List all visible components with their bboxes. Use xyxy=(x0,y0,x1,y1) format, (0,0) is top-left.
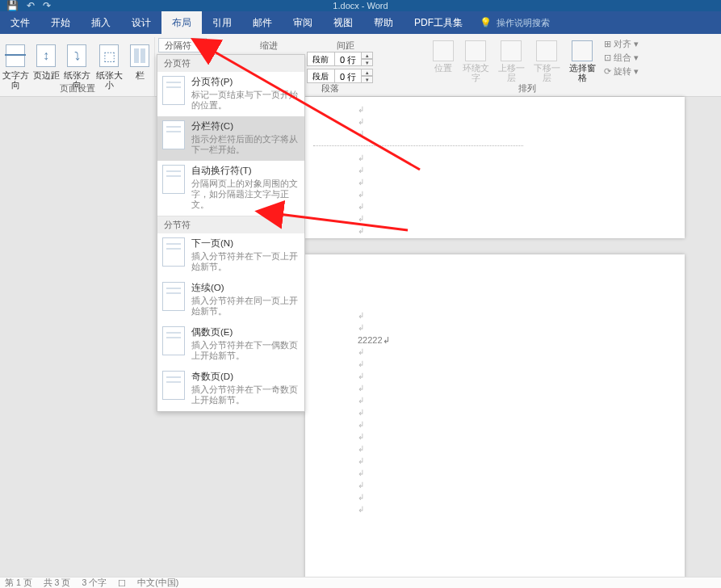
columns-button[interactable]: 栏 xyxy=(126,42,153,80)
status-page[interactable]: 第 1 页 xyxy=(5,578,32,589)
margins-icon xyxy=(36,44,56,67)
position-label: 位置 xyxy=(428,63,459,73)
page-setup-group-label: 页面设置 xyxy=(0,82,154,94)
tab-insert[interactable]: 插入 xyxy=(81,11,121,34)
column-break-title: 分栏符(C) xyxy=(191,120,300,132)
para-mark: ↲ xyxy=(358,481,364,489)
odd-page-desc: 插入分节符并在下一奇数页上开始新节。 xyxy=(191,384,300,405)
tab-layout[interactable]: 布局 xyxy=(161,11,202,34)
para-mark: ↲ xyxy=(358,432,364,441)
para-mark: ↲ xyxy=(358,226,364,235)
para-mark: ↲ xyxy=(358,311,364,320)
para-mark: ↲ xyxy=(358,214,364,223)
page-break-icon xyxy=(162,76,185,105)
rotate-button: ⟳ 旋转 ▾ xyxy=(604,65,639,78)
tab-review[interactable]: 审阅 xyxy=(283,11,323,34)
spacing-after-row: 段后 0 行 ▲▼ xyxy=(307,69,373,83)
continuous-title: 连续(O) xyxy=(191,282,300,294)
para-mark: ↲ xyxy=(358,456,364,465)
odd-page-icon xyxy=(162,371,185,400)
para-mark: ↲ xyxy=(358,153,364,162)
para-mark: ↲ xyxy=(358,359,364,368)
columns-label: 栏 xyxy=(126,70,153,80)
spacing-before-spinner[interactable]: ▲▼ xyxy=(362,52,373,66)
para-mark: ↲ xyxy=(358,420,364,429)
odd-page-title: 奇数页(D) xyxy=(191,371,300,383)
save-icon[interactable]: 💾 xyxy=(6,0,19,11)
tab-view[interactable]: 视图 xyxy=(323,11,363,34)
send-backward-button: 下移一层 xyxy=(531,40,562,82)
position-icon xyxy=(433,40,454,61)
spacing-before-input[interactable]: 0 行 xyxy=(334,52,362,66)
quick-access-toolbar: 💾 ↶ ↷ xyxy=(0,0,51,11)
undo-icon[interactable]: ↶ xyxy=(27,0,35,11)
spacing-after-label: 段后 xyxy=(307,69,334,83)
redo-icon[interactable]: ↷ xyxy=(43,0,51,11)
menu-item-text-wrap[interactable]: 自动换行符(T) 分隔网页上的对象周围的文字，如分隔题注文字与正文。 xyxy=(157,161,304,216)
align-button: ⊞ 对齐 ▾ xyxy=(604,37,639,51)
menu-item-page-break[interactable]: 分页符(P) 标记一页结束与下一页开始的位置。 xyxy=(157,72,304,116)
group-page-setup: 文字方向 页边距 纸张方向 纸张大小 栏 页面设置 xyxy=(0,37,155,96)
menu-item-continuous[interactable]: 连续(O) 插入分节符并在同一页上开始新节。 xyxy=(157,278,304,322)
paragraph-group-label: 段落 xyxy=(321,82,339,94)
para-mark: ↲ xyxy=(358,384,364,393)
selection-pane-icon xyxy=(572,40,593,61)
text-direction-icon xyxy=(6,44,25,67)
group-button: ⊡ 组合 ▾ xyxy=(604,51,639,65)
margins-label: 页边距 xyxy=(32,70,60,80)
para-mark: ↲ xyxy=(358,505,364,514)
breaks-menu: 分页符 分页符(P) 标记一页结束与下一页开始的位置。 分栏符(C) 指示分栏符… xyxy=(157,54,305,412)
selection-pane-button[interactable]: 选择窗格 xyxy=(567,40,597,82)
next-page-icon xyxy=(162,237,185,267)
continuous-icon xyxy=(162,282,185,311)
spacing-after-spinner[interactable]: ▲▼ xyxy=(362,69,373,83)
indent-header-label: 缩进 xyxy=(260,40,278,52)
next-page-title: 下一页(N) xyxy=(191,237,300,250)
margins-button[interactable]: 页边距 xyxy=(32,42,60,80)
menu-item-odd-page[interactable]: 奇数页(D) 插入分节符并在下一奇数页上开始新节。 xyxy=(157,367,304,411)
document-text: 22222↲ xyxy=(358,335,390,346)
para-mark: ↲ xyxy=(358,493,364,502)
para-mark: ↲ xyxy=(358,444,364,453)
bring-forward-button: 上移一层 xyxy=(496,40,526,82)
para-mark: ↲ xyxy=(358,202,364,211)
menu-item-next-page[interactable]: 下一页(N) 插入分节符并在下一页上开始新节。 xyxy=(157,233,304,278)
page-2[interactable]: ↲ ↲ 22222↲ ↲ ↲ ↲ ↲ ↲ ↲ ↲ ↲ ↲ ↲ ↲ ↲ ↲ ↲ xyxy=(305,254,685,588)
document-area[interactable]: ↲ ↲ ↲ ↲ ↲ ↲ ↲ ↲ ↲ ↲ ↲ ↲ 22222↲ ↲ ↲ ↲ ↲ ↲… xyxy=(0,97,721,577)
para-mark: ↲ xyxy=(358,323,364,332)
para-mark: ↲ xyxy=(358,396,364,405)
spacing-header-label: 间距 xyxy=(337,40,354,52)
position-button: 位置 xyxy=(428,40,459,73)
tab-file[interactable]: 文件 xyxy=(0,11,40,34)
column-break-icon xyxy=(162,120,185,149)
para-mark: ↲ xyxy=(358,178,364,187)
para-mark: ↲ xyxy=(358,347,364,356)
status-language[interactable]: 中文(中国) xyxy=(137,578,178,589)
menu-item-even-page[interactable]: 偶数页(E) 插入分节符并在下一偶数页上开始新节。 xyxy=(157,322,304,367)
status-proofing-icon[interactable]: ☐ xyxy=(118,578,126,588)
arrange-group-label: 排列 xyxy=(518,82,536,94)
status-total-pages: 共 3 页 xyxy=(44,578,71,589)
breaks-label: 分隔符 xyxy=(165,40,191,52)
tab-design[interactable]: 设计 xyxy=(121,11,161,34)
tab-help[interactable]: 帮助 xyxy=(363,11,404,34)
wrap-icon xyxy=(465,40,486,61)
spacing-after-input[interactable]: 0 行 xyxy=(334,69,362,83)
backward-label: 下移一层 xyxy=(531,63,562,82)
tab-references[interactable]: 引用 xyxy=(202,11,242,34)
tab-mailings[interactable]: 邮件 xyxy=(242,11,283,34)
tab-pdf[interactable]: PDF工具集 xyxy=(404,11,473,34)
spacing-before-row: 段前 0 行 ▲▼ xyxy=(307,52,373,66)
page-break-title: 分页符(P) xyxy=(191,76,300,88)
chevron-down-icon xyxy=(195,44,201,48)
text-wrap-title: 自动换行符(T) xyxy=(191,165,300,177)
tab-home[interactable]: 开始 xyxy=(40,11,81,34)
page-1[interactable]: ↲ ↲ ↲ ↲ ↲ ↲ ↲ ↲ ↲ ↲ xyxy=(305,97,685,238)
breaks-dropdown-button[interactable]: 分隔符 xyxy=(158,38,207,52)
menu-item-column-break[interactable]: 分栏符(C) 指示分栏符后面的文字将从下一栏开始。 xyxy=(157,116,304,161)
even-page-desc: 插入分节符并在下一偶数页上开始新节。 xyxy=(191,340,300,361)
tell-me[interactable]: 💡 操作说明搜索 xyxy=(480,17,550,29)
section-break-indicator xyxy=(313,145,523,146)
status-word-count[interactable]: 3 个字 xyxy=(82,578,107,589)
section-breaks-header: 分节符 xyxy=(157,216,304,233)
